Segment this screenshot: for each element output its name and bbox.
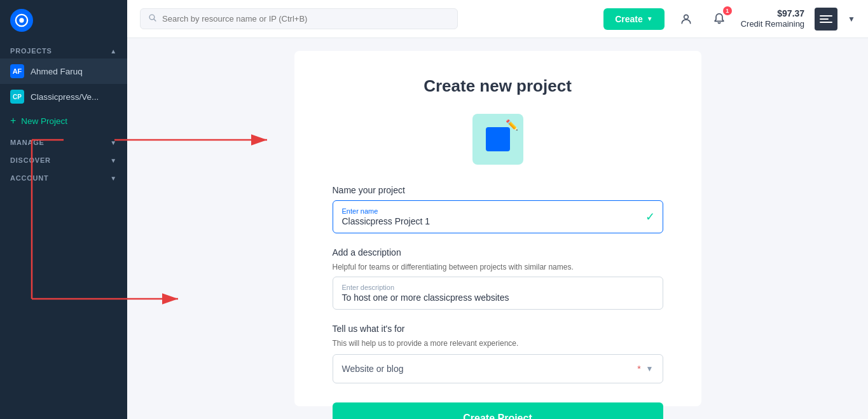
manage-chevron-icon: ▼ bbox=[110, 139, 117, 146]
ahmed-faruq-icon: AF bbox=[10, 64, 24, 78]
purpose-helper-text: This will help us to provide a more rele… bbox=[333, 339, 663, 348]
name-input-wrapper[interactable]: Enter name Classicpress Project 1 ✓ bbox=[333, 200, 663, 233]
classicpress-label: Classicpress/Ve... bbox=[31, 92, 99, 102]
new-project-label: New Project bbox=[21, 116, 67, 126]
search-icon bbox=[148, 13, 157, 24]
description-input-label: Enter description bbox=[342, 284, 654, 291]
user-icon-button[interactable] bbox=[675, 8, 698, 31]
required-asterisk: * bbox=[637, 364, 640, 374]
name-check-icon: ✓ bbox=[645, 210, 655, 224]
discover-section-label: DISCOVER bbox=[10, 156, 51, 164]
search-input[interactable] bbox=[162, 14, 450, 24]
credit-info: $97.37 Credit Remaining bbox=[741, 8, 804, 30]
project-icon-box: ✏️ bbox=[472, 114, 523, 165]
card-title: Create new project bbox=[333, 76, 663, 96]
purpose-select-value: Website or blog bbox=[342, 364, 404, 374]
description-input-value: To host one or more classicpress website… bbox=[342, 292, 654, 303]
name-form-group: Name your project Enter name Classicpres… bbox=[333, 185, 663, 233]
name-section-label: Name your project bbox=[333, 185, 663, 195]
create-project-button[interactable]: Create Project bbox=[333, 402, 663, 419]
svg-point-1 bbox=[19, 18, 24, 22]
create-project-card: Create new project ✏️ Name your project … bbox=[294, 51, 701, 406]
create-chevron-icon: ▼ bbox=[647, 15, 653, 22]
name-input-label: Enter name bbox=[342, 207, 654, 215]
svg-point-4 bbox=[684, 15, 688, 19]
credit-amount: $97.37 bbox=[741, 8, 804, 19]
sidebar-item-ahmed-faruq[interactable]: AF Ahmed Faruq bbox=[0, 58, 127, 84]
new-project-item[interactable]: + New Project bbox=[0, 109, 127, 132]
main-area: Create ▼ 1 $97.37 Credit Remaining bbox=[127, 0, 868, 419]
bar-2 bbox=[820, 18, 829, 20]
name-input-value: Classicpress Project 1 bbox=[342, 216, 654, 226]
topnav: Create ▼ 1 $97.37 Credit Remaining bbox=[127, 0, 868, 38]
description-helper-text: Helpful for teams or differentiating bet… bbox=[333, 263, 663, 271]
purpose-form-group: Tell us what it's for This will help us … bbox=[333, 324, 663, 383]
new-project-plus-icon: + bbox=[10, 115, 16, 127]
content-area: Create new project ✏️ Name your project … bbox=[127, 38, 868, 419]
notification-button[interactable]: 1 bbox=[708, 8, 731, 31]
discover-chevron-icon: ▼ bbox=[110, 157, 117, 164]
account-section-header[interactable]: ACCOUNT ▼ bbox=[0, 168, 127, 186]
sidebar-item-classicpress[interactable]: CP Classicpress/Ve... bbox=[0, 84, 127, 109]
projects-section-header[interactable]: PROJECTS ▲ bbox=[0, 41, 127, 58]
create-label: Create bbox=[615, 14, 643, 24]
pencil-icon: ✏️ bbox=[506, 119, 518, 131]
account-dropdown-chevron[interactable]: ▼ bbox=[848, 15, 855, 24]
projects-section-label: PROJECTS bbox=[10, 47, 52, 55]
bar-1 bbox=[820, 15, 832, 17]
sidebar: PROJECTS ▲ AF Ahmed Faruq CP Classicpres… bbox=[0, 0, 127, 419]
select-chevron-icon: ▼ bbox=[646, 364, 654, 373]
classicpress-icon: CP bbox=[10, 90, 24, 104]
credit-label: Credit Remaining bbox=[741, 19, 804, 30]
description-form-group: Add a description Helpful for teams or d… bbox=[333, 247, 663, 310]
purpose-section-label: Tell us what it's for bbox=[333, 324, 663, 334]
select-right: * ▼ bbox=[637, 364, 653, 374]
create-project-label: Create Project bbox=[463, 413, 532, 419]
sidebar-logo bbox=[0, 0, 127, 41]
account-menu-button[interactable] bbox=[815, 8, 837, 31]
projects-chevron-icon: ▲ bbox=[110, 48, 117, 55]
bar-3 bbox=[820, 22, 832, 23]
app-logo[interactable] bbox=[10, 9, 33, 32]
purpose-select[interactable]: Website or blog * ▼ bbox=[333, 354, 663, 383]
account-chevron-icon: ▼ bbox=[110, 175, 117, 182]
search-bar[interactable] bbox=[140, 8, 458, 29]
notification-badge: 1 bbox=[723, 6, 732, 15]
manage-section-label: MANAGE bbox=[10, 139, 45, 146]
create-button[interactable]: Create ▼ bbox=[603, 8, 665, 30]
account-section-label: ACCOUNT bbox=[10, 174, 49, 182]
manage-section-header[interactable]: MANAGE ▼ bbox=[0, 132, 127, 150]
svg-line-3 bbox=[154, 19, 156, 21]
discover-section-header[interactable]: DISCOVER ▼ bbox=[0, 150, 127, 168]
description-section-label: Add a description bbox=[333, 247, 663, 258]
description-input-wrapper[interactable]: Enter description To host one or more cl… bbox=[333, 277, 663, 310]
hamburger-icon bbox=[816, 11, 836, 27]
topnav-right: Create ▼ 1 $97.37 Credit Remaining bbox=[603, 8, 855, 31]
project-icon-wrap: ✏️ bbox=[333, 114, 663, 165]
ahmed-faruq-label: Ahmed Faruq bbox=[31, 67, 83, 76]
